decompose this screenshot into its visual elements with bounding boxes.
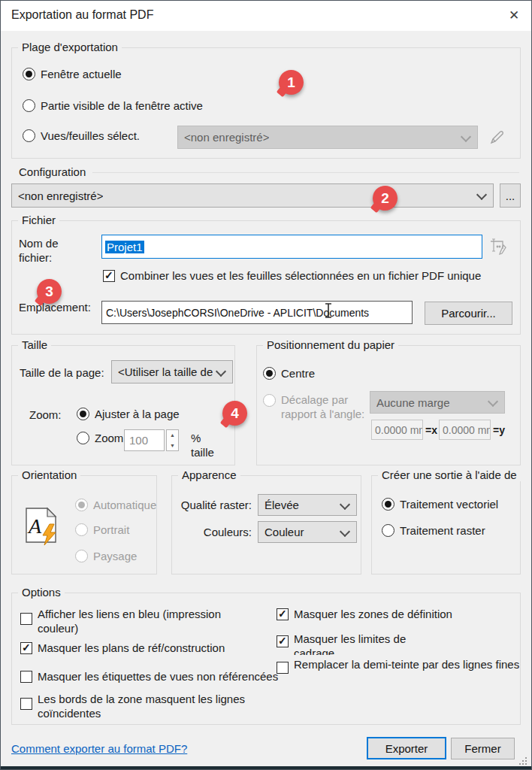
options-group: Options Afficher les liens en bleu (impr… — [11, 593, 521, 725]
checkbox-hide-unreferenced-tags-label: Masquer les étiquettes de vues non référ… — [38, 670, 278, 683]
raster-quality-label: Qualité raster: — [177, 499, 252, 511]
radio-offset-corner-label: Décalage par rapport à l'angle: — [281, 393, 371, 421]
raster-quality-value: Élevée — [264, 499, 299, 511]
radio-orientation-landscape-label: Paysage — [93, 550, 137, 562]
radio-visible-portion-label: Partie visible de la fenêtre active — [41, 99, 203, 112]
offset-y-suffix: =y — [493, 424, 505, 436]
colors-select-value: Couleur — [264, 526, 304, 538]
radio-icon — [23, 99, 35, 112]
spinner-up-icon[interactable]: ▲ — [167, 430, 178, 441]
radio-offset-corner[interactable]: Décalage par rapport à l'angle: — [263, 393, 371, 421]
radio-center-label: Centre — [281, 367, 315, 380]
offset-y-input[interactable]: 0.0000 mm — [439, 420, 491, 440]
paper-placement-group-label: Positionnement du papier — [263, 338, 398, 351]
radio-current-window-label: Fenêtre actuelle — [41, 68, 122, 80]
radio-icon — [263, 394, 276, 407]
radio-vector-processing[interactable]: Traitement vectoriel — [382, 498, 498, 511]
step-badge-3: 3 — [37, 279, 62, 304]
checkbox-hide-ref-planes-label: Masquer les plans de réf/construction — [38, 641, 225, 654]
configuration-more-button[interactable]: ... — [500, 183, 521, 208]
step-badge-2: 2 — [373, 186, 397, 211]
radio-vector-processing-label: Traitement vectoriel — [400, 498, 498, 511]
configuration-divider — [92, 172, 519, 173]
zoom-value: 100 — [129, 434, 148, 447]
checkbox-icon — [20, 613, 32, 625]
checkbox-region-edges-mask-label: Les bords de la zone masquent les lignes… — [38, 692, 272, 720]
step-badge-1: 1 — [279, 70, 304, 95]
file-name-input[interactable]: Projet1 — [101, 235, 482, 259]
checkbox-replace-halftone-label: Remplacer la demi-teinte par des lignes … — [294, 657, 528, 681]
dialog-title: Exportation au format PDF — [11, 8, 153, 22]
location-input[interactable] — [101, 301, 413, 324]
checkbox-icon — [20, 698, 32, 710]
views-sheets-select[interactable]: <non enregistré> — [177, 126, 478, 149]
zoom-label: Zoom: — [29, 408, 62, 421]
file-name-label: Nom de fichier: — [19, 236, 80, 265]
pdf-export-dialog: Exportation au format PDF ✕ Plage d'expo… — [0, 0, 532, 770]
checkbox-hide-ref-planes[interactable]: Masquer les plans de réf/construction — [20, 641, 225, 654]
checkbox-replace-halftone[interactable]: Remplacer la demi-teinte par des lignes … — [277, 657, 528, 681]
radio-icon — [23, 68, 35, 80]
radio-selected-views-label: Vues/feuilles sélect. — [41, 129, 140, 142]
help-link[interactable]: Comment exporter au format PDF? — [11, 742, 187, 755]
radio-raster-processing[interactable]: Traitement raster — [382, 524, 485, 537]
chevron-down-icon — [488, 396, 498, 407]
output-mode-group-label: Créer une sortie à l'aide de — [378, 468, 521, 481]
colors-select[interactable]: Couleur — [258, 521, 357, 543]
configuration-select[interactable]: <non enregistré> — [11, 183, 494, 208]
browse-button[interactable]: Parcourir... — [425, 302, 512, 325]
radio-zoom-percent[interactable]: Zoom: — [77, 432, 127, 444]
checkbox-show-links-blue-label: Afficher les liens en bleu (impression c… — [38, 607, 249, 635]
checkbox-hide-unreferenced-tags[interactable]: Masquer les étiquettes de vues non référ… — [20, 670, 278, 683]
radio-icon — [263, 367, 276, 380]
checkbox-show-links-blue[interactable]: Afficher les liens en bleu (impression c… — [20, 607, 249, 635]
close-button[interactable]: Fermer — [451, 738, 515, 759]
output-mode-group: Créer une sortie à l'aide de Traitement … — [371, 475, 521, 574]
zoom-value-input[interactable]: 100 — [124, 429, 165, 451]
radio-center[interactable]: Centre — [263, 367, 315, 380]
page-size-label: Taille de la page: — [20, 366, 104, 379]
margin-select[interactable]: Aucune marge — [370, 391, 505, 414]
radio-orientation-auto-label: Automatique — [93, 499, 156, 511]
radio-orientation-landscape[interactable]: Paysage — [75, 550, 137, 562]
checkbox-icon — [277, 662, 289, 674]
checkbox-hide-crop-boundaries-label: Masquer les limites de cadrage — [294, 632, 428, 655]
checkbox-hide-crop-boundaries[interactable]: Masquer les limites de cadrage — [277, 632, 428, 655]
radio-icon — [23, 129, 35, 142]
size-group: Taille Taille de la page: <Utiliser la t… — [11, 345, 235, 465]
filename-options-button[interactable] — [488, 236, 511, 259]
radio-orientation-auto[interactable]: Automatique — [75, 499, 156, 511]
resize-grip[interactable] — [519, 757, 527, 765]
radio-orientation-portrait[interactable]: Portrait — [75, 523, 129, 536]
export-button[interactable]: Exporter — [367, 737, 446, 759]
offset-y-value: 0.0000 mm — [443, 424, 491, 436]
location-label: Emplacement: — [19, 301, 91, 314]
radio-current-window[interactable]: Fenêtre actuelle — [23, 68, 122, 80]
export-range-group-label: Plage d'exportation — [18, 41, 122, 53]
combine-checkbox[interactable]: Combiner les vues et les feuilles sélect… — [103, 269, 481, 282]
zoom-spinner[interactable]: ▲ ▼ — [166, 429, 179, 451]
radio-raster-processing-label: Traitement raster — [400, 524, 485, 537]
checkbox-region-edges-mask[interactable]: Les bords de la zone masquent les lignes… — [20, 692, 272, 720]
export-range-group: Plage d'exportation Fenêtre actuelle Par… — [11, 47, 521, 159]
checkbox-icon — [20, 671, 32, 683]
chevron-down-icon — [476, 189, 487, 200]
file-name-value: Projet1 — [105, 241, 144, 253]
radio-selected-views[interactable]: Vues/feuilles sélect. — [23, 129, 140, 142]
appearance-group: Apparence Qualité raster: Élevée Couleur… — [171, 475, 361, 574]
radio-icon — [382, 524, 394, 537]
radio-orientation-portrait-label: Portrait — [93, 523, 129, 536]
radio-visible-portion[interactable]: Partie visible de la fenêtre active — [23, 99, 203, 112]
radio-fit-to-page[interactable]: Ajuster à la page — [77, 408, 180, 420]
raster-quality-select[interactable]: Élevée — [258, 494, 357, 516]
close-icon[interactable]: ✕ — [503, 5, 525, 26]
spinner-down-icon[interactable]: ▼ — [167, 441, 178, 451]
page-size-select[interactable]: <Utiliser la taille de — [111, 360, 233, 383]
checkbox-hide-scope-boxes[interactable]: Masquer les zones de définition — [277, 608, 452, 620]
chevron-down-icon — [340, 526, 350, 536]
text-cursor-icon — [324, 302, 333, 319]
edit-selection-button[interactable] — [487, 126, 508, 147]
offset-x-input[interactable]: 0.0000 mm — [371, 420, 423, 440]
rename-icon — [490, 238, 509, 257]
appearance-group-label: Apparence — [178, 468, 240, 481]
